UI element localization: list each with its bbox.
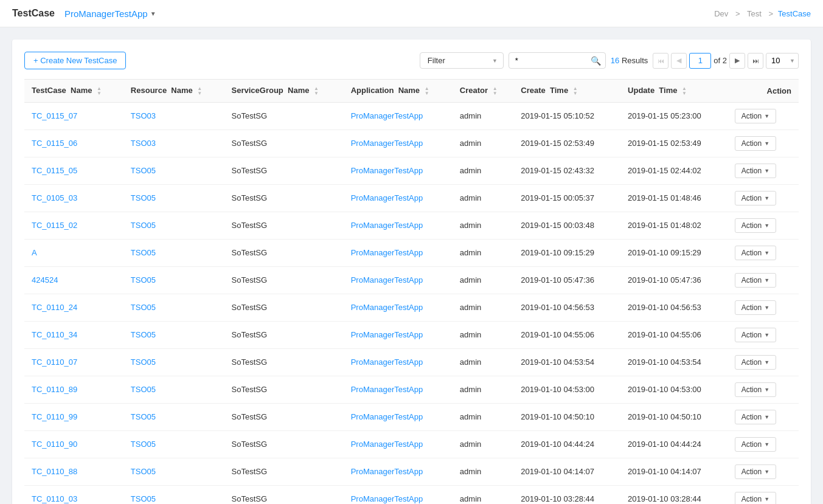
table-row: TC_0115_06 TSO03 SoTestSG ProManagerTest… (24, 129, 799, 157)
cell-resource-name[interactable]: TSO05 (123, 266, 224, 294)
cell-create-time: 2019-01-10 04:14:07 (513, 458, 620, 485)
action-button[interactable]: Action ▼ (735, 109, 776, 123)
cell-testcase-name[interactable]: TC_0115_06 (24, 129, 123, 157)
search-icon[interactable]: 🔍 (591, 56, 601, 66)
cell-testcase-name[interactable]: TC_0110_90 (24, 430, 123, 458)
cell-application-name[interactable]: ProManagerTestApp (344, 485, 453, 504)
cell-testcase-name[interactable]: 424524 (24, 266, 123, 294)
page-first-button[interactable]: ⏮ (653, 53, 668, 69)
per-page-select[interactable]: 10 20 50 100 (766, 53, 799, 69)
action-button[interactable]: Action ▼ (735, 300, 776, 315)
cell-resource-name[interactable]: TSO05 (123, 376, 224, 403)
page-last-button[interactable]: ⏭ (748, 53, 763, 69)
action-button[interactable]: Action ▼ (735, 355, 776, 370)
sort-arrows-servicegroup[interactable]: ▲▼ (314, 86, 319, 96)
cell-application-name[interactable]: ProManagerTestApp (344, 157, 453, 184)
app-name: ProManagerTestApp (64, 9, 148, 19)
action-dropdown-arrow: ▼ (764, 332, 769, 338)
sort-arrows-resource[interactable]: ▲▼ (197, 86, 202, 96)
cell-application-name[interactable]: ProManagerTestApp (344, 403, 453, 430)
cell-application-name[interactable]: ProManagerTestApp (344, 458, 453, 485)
cell-creator: admin (453, 348, 513, 376)
cell-application-name[interactable]: ProManagerTestApp (344, 129, 453, 157)
cell-application-name[interactable]: ProManagerTestApp (344, 239, 453, 266)
cell-resource-name[interactable]: TSO05 (123, 294, 224, 321)
action-button[interactable]: Action ▼ (735, 218, 776, 233)
cell-application-name[interactable]: ProManagerTestApp (344, 184, 453, 212)
page-prev-button[interactable]: ◀ (671, 53, 687, 69)
col-header-create-time: Create Time ▲▼ (513, 80, 620, 103)
page-next-button[interactable]: ▶ (729, 53, 745, 69)
cell-application-name[interactable]: ProManagerTestApp (344, 102, 453, 129)
cell-application-name[interactable]: ProManagerTestApp (344, 430, 453, 458)
action-dropdown-arrow: ▼ (764, 113, 769, 119)
cell-testcase-name[interactable]: TC_0110_03 (24, 485, 123, 504)
cell-resource-name[interactable]: TSO03 (123, 102, 224, 129)
cell-application-name[interactable]: ProManagerTestApp (344, 348, 453, 376)
cell-testcase-name[interactable]: TC_0110_24 (24, 294, 123, 321)
sort-arrows-creator[interactable]: ▲▼ (493, 86, 498, 96)
action-button[interactable]: Action ▼ (735, 437, 776, 452)
toolbar-right: Filter TestCase Name Resource Name 🔍 16 … (420, 52, 799, 69)
breadcrumb-testcase[interactable]: TestCase (778, 9, 811, 18)
create-testcase-button[interactable]: + Create New TestCase (24, 52, 126, 69)
table-row: A TSO05 SoTestSG ProManagerTestApp admin… (24, 239, 799, 266)
page-number-input[interactable] (689, 53, 711, 69)
action-button[interactable]: Action ▼ (735, 191, 776, 205)
action-button[interactable]: Action ▼ (735, 410, 776, 424)
cell-resource-name[interactable]: TSO05 (123, 430, 224, 458)
cell-creator: admin (453, 157, 513, 184)
action-button[interactable]: Action ▼ (735, 164, 776, 178)
cell-application-name[interactable]: ProManagerTestApp (344, 294, 453, 321)
action-button[interactable]: Action ▼ (735, 273, 776, 288)
filter-select[interactable]: Filter TestCase Name Resource Name (420, 52, 504, 69)
cell-testcase-name[interactable]: A (24, 239, 123, 266)
cell-resource-name[interactable]: TSO05 (123, 458, 224, 485)
action-button[interactable]: Action ▼ (735, 382, 776, 397)
app-selector[interactable]: ProManagerTestApp ▼ (64, 9, 156, 19)
cell-resource-name[interactable]: TSO05 (123, 212, 224, 239)
action-button[interactable]: Action ▼ (735, 328, 776, 342)
table-row: TC_0115_02 TSO05 SoTestSG ProManagerTest… (24, 212, 799, 239)
cell-testcase-name[interactable]: TC_0110_88 (24, 458, 123, 485)
action-button[interactable]: Action ▼ (735, 246, 776, 260)
cell-testcase-name[interactable]: TC_0115_07 (24, 102, 123, 129)
cell-testcase-name[interactable]: TC_0110_99 (24, 403, 123, 430)
cell-application-name[interactable]: ProManagerTestApp (344, 212, 453, 239)
results-count: 16 (611, 56, 619, 65)
table-row: TC_0110_89 TSO05 SoTestSG ProManagerTest… (24, 376, 799, 403)
cell-testcase-name[interactable]: TC_0110_89 (24, 376, 123, 403)
action-dropdown-arrow: ▼ (764, 414, 769, 420)
cell-action: Action ▼ (728, 376, 799, 403)
sort-arrows-create-time[interactable]: ▲▼ (573, 86, 578, 96)
cell-servicegroup-name: SoTestSG (224, 157, 344, 184)
cell-resource-name[interactable]: TSO05 (123, 348, 224, 376)
action-button-label: Action (741, 276, 762, 285)
per-page-wrapper: 10 20 50 100 (766, 53, 799, 69)
cell-resource-name[interactable]: TSO05 (123, 403, 224, 430)
cell-resource-name[interactable]: TSO05 (123, 321, 224, 348)
action-button[interactable]: Action ▼ (735, 136, 776, 151)
cell-creator: admin (453, 485, 513, 504)
cell-resource-name[interactable]: TSO03 (123, 129, 224, 157)
cell-creator: admin (453, 294, 513, 321)
cell-resource-name[interactable]: TSO05 (123, 184, 224, 212)
cell-application-name[interactable]: ProManagerTestApp (344, 376, 453, 403)
cell-testcase-name[interactable]: TC_0115_02 (24, 212, 123, 239)
action-button[interactable]: Action ▼ (735, 492, 776, 504)
cell-application-name[interactable]: ProManagerTestApp (344, 321, 453, 348)
cell-testcase-name[interactable]: TC_0110_07 (24, 348, 123, 376)
sort-arrows-update-time[interactable]: ▲▼ (682, 86, 687, 96)
sort-arrows-testcase[interactable]: ▲▼ (97, 86, 102, 96)
cell-resource-name[interactable]: TSO05 (123, 485, 224, 504)
cell-resource-name[interactable]: TSO05 (123, 239, 224, 266)
cell-testcase-name[interactable]: TC_0110_34 (24, 321, 123, 348)
action-button[interactable]: Action ▼ (735, 464, 776, 479)
sort-arrows-application[interactable]: ▲▼ (425, 86, 429, 96)
col-header-action: Action (728, 80, 799, 103)
cell-testcase-name[interactable]: TC_0105_03 (24, 184, 123, 212)
cell-testcase-name[interactable]: TC_0115_05 (24, 157, 123, 184)
col-header-update-time: Update Time ▲▼ (620, 80, 728, 103)
cell-application-name[interactable]: ProManagerTestApp (344, 266, 453, 294)
cell-resource-name[interactable]: TSO05 (123, 157, 224, 184)
